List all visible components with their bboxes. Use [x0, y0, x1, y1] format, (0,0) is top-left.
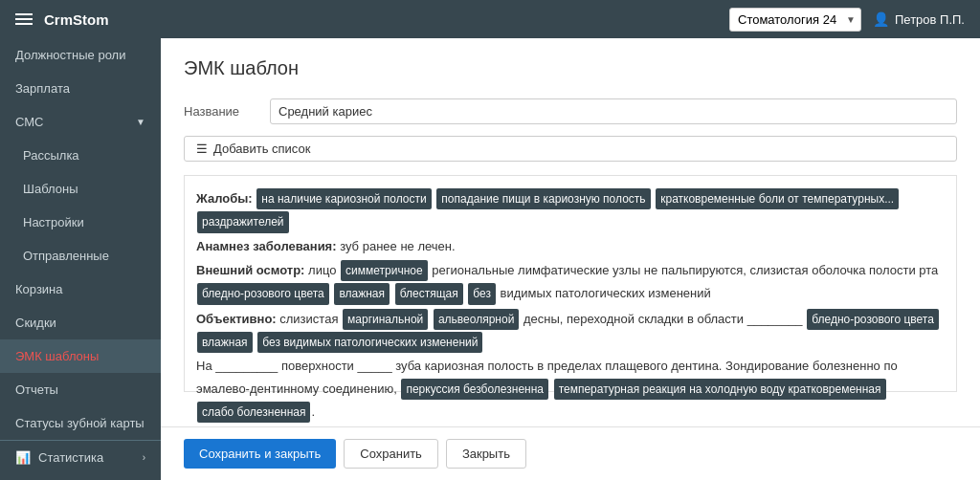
template-tag[interactable]: бледно-розового цвета	[197, 283, 329, 304]
sidebar-item-help[interactable]: ? Помощь ›	[0, 474, 161, 480]
template-tag[interactable]: кратковременные боли от температурных...	[656, 188, 899, 209]
sidebar-item-sms[interactable]: СМС ▼	[0, 105, 161, 139]
clinic-selector-wrapper: Стоматология 24 ▼	[729, 8, 861, 32]
statistics-chevron-icon: ›	[143, 452, 145, 463]
sidebar-item-mailing[interactable]: Рассылка	[0, 139, 161, 172]
sms-chevron-icon: ▼	[136, 117, 145, 127]
name-label: Название	[184, 104, 270, 119]
template-tag[interactable]: температурная реакция на холодную воду к…	[554, 379, 886, 400]
sidebar-item-templates[interactable]: Шаблоны	[0, 172, 161, 206]
sidebar-item-salary[interactable]: Зарплата	[0, 72, 161, 105]
topbar-left: CrmStom	[15, 11, 109, 28]
user-icon: 👤	[873, 11, 889, 27]
template-tag[interactable]: слабо болезненная	[197, 402, 310, 423]
template-tag[interactable]: без	[468, 283, 496, 304]
topbar-right: Стоматология 24 ▼ 👤 Петров П.П.	[729, 8, 965, 32]
sidebar-item-settings[interactable]: Настройки	[0, 206, 161, 239]
sidebar: Должностные роли Зарплата СМС ▼ Рассылка…	[0, 38, 161, 480]
name-row: Название	[184, 98, 957, 124]
topbar: CrmStom Стоматология 24 ▼ 👤 Петров П.П.	[0, 0, 980, 38]
template-text-area: Жалобы: на наличие кариозной полости поп…	[184, 175, 957, 392]
sidebar-item-reports[interactable]: Отчеты	[0, 373, 161, 406]
sidebar-item-sent[interactable]: Отправленные	[0, 239, 161, 273]
close-button[interactable]: Закрыть	[446, 439, 526, 469]
template-tag[interactable]: влажная	[334, 283, 390, 304]
save-button[interactable]: Сохранить	[344, 439, 438, 469]
template-tag[interactable]: на наличие кариозной полости	[256, 188, 431, 209]
list-icon: ☰	[196, 142, 208, 156]
template-tag[interactable]: раздражителей	[197, 211, 289, 232]
template-tag[interactable]: перкуссия безболезненна	[401, 379, 548, 400]
template-tag[interactable]: влажная	[197, 332, 253, 353]
sidebar-item-discounts[interactable]: Скидки	[0, 306, 161, 339]
template-tag[interactable]: без видимых патологических изменений	[257, 332, 482, 353]
hamburger-menu[interactable]	[15, 13, 33, 25]
template-tag[interactable]: бледно-розового цвета	[807, 309, 939, 330]
sidebar-item-roles[interactable]: Должностные роли	[0, 38, 161, 72]
user-info: 👤 Петров П.П.	[873, 11, 965, 27]
app-logo: CrmStom	[44, 11, 109, 28]
sidebar-item-basket[interactable]: Корзина	[0, 273, 161, 306]
bottom-bar: Сохранить и закрыть Сохранить Закрыть	[161, 426, 980, 480]
sidebar-item-dental-status[interactable]: Статусы зубной карты	[0, 406, 161, 440]
layout: Должностные роли Зарплата СМС ▼ Рассылка…	[0, 38, 980, 480]
sidebar-item-statistics[interactable]: 📊 Статистика ›	[0, 441, 161, 474]
clinic-select[interactable]: Стоматология 24	[729, 8, 861, 32]
sidebar-bottom: 📊 Статистика › ? Помощь ›	[0, 440, 161, 480]
save-close-button[interactable]: Сохранить и закрыть	[184, 439, 336, 469]
sidebar-item-emk[interactable]: ЭМК шаблоны	[0, 339, 161, 373]
template-tag[interactable]: маргинальной	[343, 309, 428, 330]
user-name: Петров П.П.	[895, 12, 965, 27]
template-tag[interactable]: попадание пищи в кариозную полость	[436, 188, 650, 209]
name-input[interactable]	[270, 98, 957, 124]
page-title: ЭМК шаблон	[184, 57, 957, 79]
template-tag[interactable]: симметричное	[341, 260, 428, 281]
chart-icon: 📊	[15, 450, 31, 465]
template-tag[interactable]: альвеолярной	[434, 309, 519, 330]
add-list-button[interactable]: ☰ Добавить список	[184, 136, 957, 162]
main-content: ЭМК шаблон Название ☰ Добавить список Жа…	[161, 38, 980, 426]
template-tag[interactable]: блестящая	[395, 283, 463, 304]
